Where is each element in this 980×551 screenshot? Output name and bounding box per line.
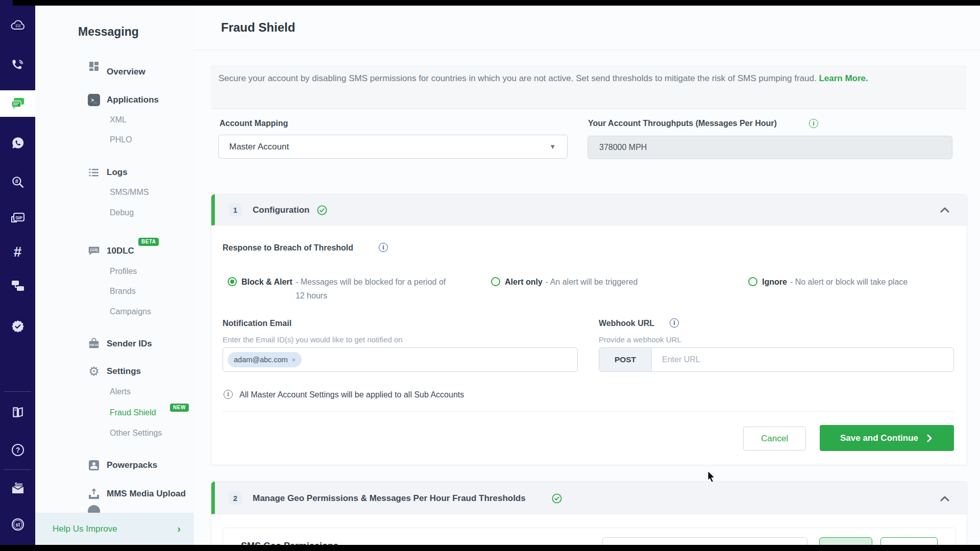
rail-divider [4, 469, 31, 470]
ten-dlc-icon: (123) [88, 245, 100, 257]
collapse-chevron-icon[interactable] [938, 203, 951, 216]
sidebar-item-applications[interactable]: Applications [107, 94, 159, 106]
sidebar-item-debug[interactable]: Debug [110, 207, 134, 219]
webhook-url-group: POST [599, 347, 954, 372]
email-chip: adam@abc.com × [228, 352, 302, 367]
collapse-chevron-icon[interactable] [938, 492, 951, 505]
svg-text:#: # [15, 178, 18, 184]
sender-ids-icon: AB-12 [88, 338, 100, 350]
svg-text:?: ? [15, 446, 20, 454]
account-mapping-label: Account Mapping [219, 119, 288, 128]
step-number: 1 [229, 203, 242, 216]
radio-block-and-alert[interactable]: Block & Alert - Messages will be blocked… [228, 275, 452, 303]
info-icon[interactable]: i [379, 243, 388, 252]
sidebar-item-settings[interactable]: Settings [107, 365, 141, 378]
footer-divider [223, 411, 954, 412]
step-number: 2 [229, 491, 242, 505]
sidebar-item-sms-mms[interactable]: SMS/MMS [110, 186, 149, 198]
radio-icon[interactable] [748, 277, 757, 286]
webhook-helper: Provide a webhook URL [599, 335, 681, 344]
radio-alert-only[interactable]: Alert only - An alert will be triggered [491, 275, 710, 289]
check-circle-icon [317, 205, 327, 215]
sidebar-item-other-settings[interactable]: Other Settings [110, 427, 162, 439]
notification-email-helper: Enter the Email ID(s) you would like to … [223, 335, 403, 344]
sidebar-item-brands[interactable]: Brands [110, 285, 136, 297]
help-us-improve-bar[interactable]: Help Us Improve › [35, 513, 194, 545]
chevron-right-icon [925, 434, 934, 442]
bottom-letterbox-bar [0, 545, 980, 551]
sidebar-item-sender-ids[interactable]: Sender IDs [107, 338, 152, 350]
phlo-flow-icon[interactable] [0, 276, 35, 296]
svg-text:AB-12: AB-12 [89, 343, 99, 346]
new-badge: NEW [170, 404, 189, 412]
caret-down-icon: ▼ [549, 143, 556, 151]
master-account-note: All Master Account Settings will be appl… [239, 390, 464, 399]
sidebar-item-campaigns[interactable]: Campaigns [110, 306, 151, 318]
sidebar-title: Messaging [78, 25, 139, 39]
info-icon[interactable]: i [809, 119, 818, 128]
info-icon: i [224, 390, 233, 399]
response-threshold-label: Response to Breach of Threshold [223, 243, 353, 253]
whatsapp-icon[interactable] [0, 133, 35, 153]
compliance-badge-icon[interactable] [0, 316, 35, 337]
geo-permissions-header[interactable]: 2 Manage Geo Permissions & Messages Per … [211, 482, 967, 514]
sidebar-item-overview[interactable]: Overview [107, 66, 145, 78]
http-method-segment: POST [599, 348, 652, 371]
sidebar-item-profiles[interactable]: Profiles [110, 265, 137, 278]
sidebar-item-10dlc[interactable]: 10DLC [107, 245, 134, 257]
messaging-icon[interactable] [0, 97, 35, 110]
cancel-button[interactable]: Cancel [743, 427, 806, 450]
top-letterbox-bar [13, 0, 980, 6]
description-band: Secure your account by disabling SMS per… [211, 65, 966, 109]
radio-icon[interactable] [491, 277, 500, 286]
sip-trunking-icon[interactable]: SIP [0, 208, 35, 228]
notification-email-input[interactable]: adam@abc.com × [223, 347, 578, 372]
check-circle-icon [552, 493, 562, 504]
sidebar-item-logs[interactable]: Logs [107, 166, 128, 179]
voice-call-icon[interactable] [0, 55, 35, 75]
sidebar-item-fraud-shield[interactable]: Fraud Shield [110, 407, 156, 419]
logs-list-icon [88, 166, 100, 179]
notification-email-label: Notification Email [223, 319, 291, 328]
shortcode-icon[interactable]: # [0, 242, 35, 262]
radio-ignore[interactable]: Ignore - No alert or block will take pla… [748, 275, 968, 289]
section-title: Configuration [253, 205, 309, 215]
applications-terminal-icon: >_ [88, 94, 100, 106]
mouse-cursor [707, 470, 717, 484]
header-divider [194, 49, 980, 50]
mms-upload-icon [88, 488, 100, 500]
billing-icon[interactable]: $ [0, 479, 35, 499]
svg-text:SIP: SIP [15, 215, 22, 220]
save-and-continue-button[interactable]: Save and Continue [820, 425, 954, 451]
sidebar-item-powerpacks[interactable]: Powerpacks [107, 459, 157, 471]
settings-gear-icon: ⚙ [88, 365, 100, 378]
radio-selected-icon[interactable] [228, 277, 237, 286]
main-content: Fraud Shield Secure your account by disa… [194, 6, 980, 551]
section-title: Manage Geo Permissions & Messages Per Ho… [253, 493, 526, 504]
configuration-header[interactable]: 1 Configuration [211, 194, 967, 226]
help-us-improve-label: Help Us Improve [53, 524, 117, 534]
status-icon[interactable]: st [0, 514, 35, 535]
page-title: Fraud Shield [221, 20, 295, 35]
webhook-url-label: Webhook URL [599, 319, 654, 328]
info-icon[interactable]: i [670, 318, 679, 328]
docs-icon[interactable] [0, 402, 35, 422]
cloud-dialpad-icon[interactable] [0, 15, 35, 36]
sidebar-item-phlo[interactable]: PHLO [110, 134, 132, 146]
svg-text:(123): (123) [90, 248, 97, 252]
throughputs-value-field: 378000 MPH [587, 136, 952, 159]
chip-remove-icon[interactable]: × [292, 356, 296, 364]
sidebar-item-mms-media-upload[interactable]: MMS Media Upload [107, 488, 186, 500]
help-icon[interactable]: ? [0, 440, 35, 460]
webhook-url-input[interactable] [652, 348, 953, 371]
sidebar-item-alerts[interactable]: Alerts [110, 386, 131, 398]
chevron-right-icon: › [177, 523, 181, 535]
rail-divider [4, 391, 31, 392]
number-search-icon[interactable]: # [0, 172, 35, 192]
account-mapping-select[interactable]: Master Account ▼ [218, 135, 568, 159]
sidebar-item-xml[interactable]: XML [110, 114, 127, 126]
powerpacks-icon [88, 459, 100, 471]
icon-rail: # SIP # ? $ st [0, 0, 35, 551]
beta-badge: BETA [138, 238, 159, 246]
learn-more-link[interactable]: Learn More. [819, 73, 868, 83]
